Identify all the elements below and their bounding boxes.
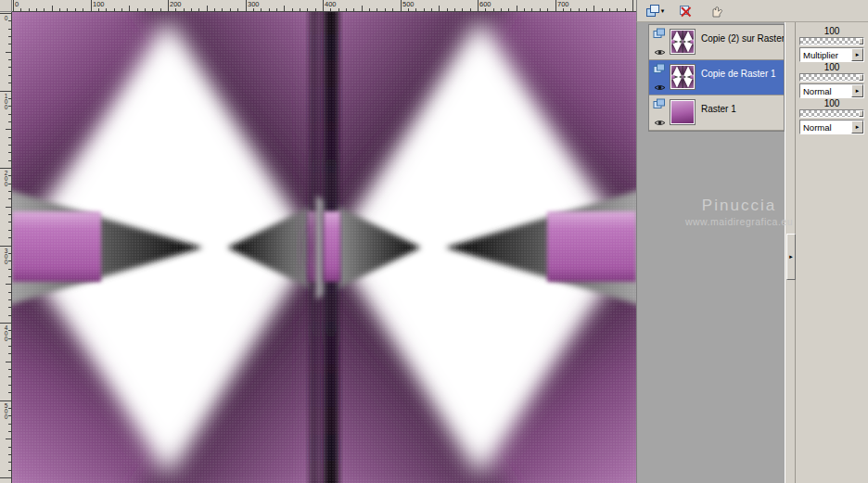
ruler-tick: [462, 8, 463, 11]
ruler-tick: [175, 8, 176, 11]
layer-thumbnail[interactable]: [670, 29, 696, 55]
ruler-tick: [0, 91, 11, 92]
visibility-eye-icon[interactable]: [654, 48, 666, 57]
ruler-tick: [253, 8, 254, 11]
ruler-tick: [8, 20, 11, 21]
ruler-tick: [6, 439, 11, 439]
ruler-tick: [563, 8, 564, 11]
layer-type-icon: [653, 63, 666, 74]
ruler-tick: [431, 8, 432, 11]
ruler-tick: [106, 8, 107, 11]
blend-group-layer-3: 100 Normal ▸: [798, 98, 866, 134]
palette-scrollbar[interactable]: ▸: [785, 22, 796, 483]
ruler-tick: [246, 0, 247, 11]
layer-name: Copie (2) sur Raster 1: [697, 25, 784, 59]
visibility-eye-icon[interactable]: [654, 83, 666, 92]
blend-mode-dropdown[interactable]: Normal ▸: [799, 120, 864, 134]
ruler-tick: [447, 8, 448, 11]
ruler-tick: [8, 408, 11, 409]
ruler-tick: [8, 353, 11, 354]
ruler-tick: [44, 8, 45, 11]
ruler-tick: [160, 8, 161, 11]
layer-row-copie-de-raster-1[interactable]: Copie de Raster 1: [649, 60, 784, 95]
blend-mode-arrow-icon[interactable]: ▸: [851, 84, 863, 97]
ruler-tick: [8, 137, 11, 138]
left-ruler[interactable]: 01 0 02 0 03 0 04 0 05 0 0: [0, 12, 12, 483]
ruler-tick: [198, 8, 199, 11]
layer-row-copie2-sur-raster[interactable]: Copie (2) sur Raster 1: [649, 25, 784, 60]
opacity-slider[interactable]: [799, 73, 864, 82]
image-canvas[interactable]: [12, 12, 637, 483]
layers-palette-toolbar: ▾: [636, 0, 868, 22]
new-layer-dropdown-icon[interactable]: ▾: [661, 7, 665, 15]
edit-selection-button[interactable]: [705, 2, 727, 20]
ruler-tick: [8, 415, 11, 416]
blend-group-layer-2: 100 Normal ▸: [798, 62, 866, 98]
ruler-tick: [129, 6, 130, 11]
ruler-label: 400: [325, 1, 337, 8]
opacity-slider-thumb[interactable]: [859, 38, 863, 44]
ruler-corner: [0, 0, 12, 12]
ruler-tick: [424, 8, 425, 11]
ruler-tick: [98, 8, 99, 11]
ruler-tick: [323, 0, 324, 11]
ruler-tick: [214, 8, 215, 11]
layers-palette: Copie (2) sur Raster 1 Copie de Raster 1: [648, 24, 785, 132]
ruler-tick: [508, 8, 509, 11]
ruler-tick: [570, 8, 571, 11]
ruler-tick: [8, 447, 11, 448]
ruler-tick: [8, 198, 11, 199]
ruler-label: 2 0 0: [0, 171, 12, 187]
ruler-tick: [369, 8, 370, 11]
ruler-tick: [315, 8, 316, 11]
new-layer-button[interactable]: ▾: [644, 2, 666, 20]
opacity-slider[interactable]: [799, 109, 864, 118]
delete-layer-icon: [678, 4, 693, 19]
opacity-slider[interactable]: [799, 37, 864, 45]
ruler-tick: [8, 152, 11, 153]
layer-thumbnail[interactable]: [670, 99, 696, 125]
ruler-tick: [8, 222, 11, 222]
ruler-tick: [408, 8, 409, 11]
ruler-tick: [6, 129, 11, 130]
ruler-tick: [8, 184, 11, 184]
ruler-tick: [555, 0, 556, 11]
blend-mode-dropdown[interactable]: Normal ▸: [799, 83, 864, 98]
ruler-tick: [8, 269, 11, 270]
ruler-tick: [8, 75, 11, 76]
ruler-tick: [338, 8, 339, 11]
ruler-tick: [478, 0, 479, 11]
delete-layer-button[interactable]: [674, 2, 696, 20]
blend-mode-arrow-icon[interactable]: ▸: [851, 121, 863, 133]
ruler-tick: [8, 385, 11, 386]
ruler-tick: [0, 168, 11, 169]
ruler-tick: [261, 8, 262, 11]
top-ruler[interactable]: 0100200300400500600700: [12, 0, 636, 12]
blend-mode-dropdown[interactable]: Multiplier ▸: [799, 47, 864, 62]
opacity-slider-thumb[interactable]: [859, 74, 863, 81]
ruler-tick: [0, 323, 11, 324]
ruler-tick: [36, 8, 37, 11]
ruler-tick: [13, 0, 14, 11]
ruler-label: 300: [248, 1, 260, 8]
layer-row-raster-1[interactable]: Raster 1: [649, 95, 784, 131]
ruler-tick: [547, 8, 548, 11]
opacity-value: 100: [798, 62, 866, 72]
ruler-tick: [524, 8, 525, 11]
ruler-tick: [439, 6, 440, 11]
ruler-tick: [602, 8, 603, 11]
ruler-tick: [385, 8, 386, 11]
opacity-slider-thumb[interactable]: [859, 110, 863, 117]
scrollbar-thumb[interactable]: ▸: [786, 234, 796, 280]
ruler-label: 0: [15, 1, 19, 8]
ruler-tick: [145, 8, 146, 11]
layer-thumbnail[interactable]: [670, 64, 696, 90]
ruler-tick: [8, 29, 11, 30]
ruler-tick: [8, 36, 11, 37]
ruler-tick: [6, 52, 11, 53]
ruler-tick: [59, 8, 60, 11]
ruler-tick: [8, 160, 11, 161]
layer-name: Raster 1: [697, 95, 784, 130]
visibility-eye-icon[interactable]: [654, 119, 666, 127]
blend-mode-arrow-icon[interactable]: ▸: [851, 48, 863, 61]
